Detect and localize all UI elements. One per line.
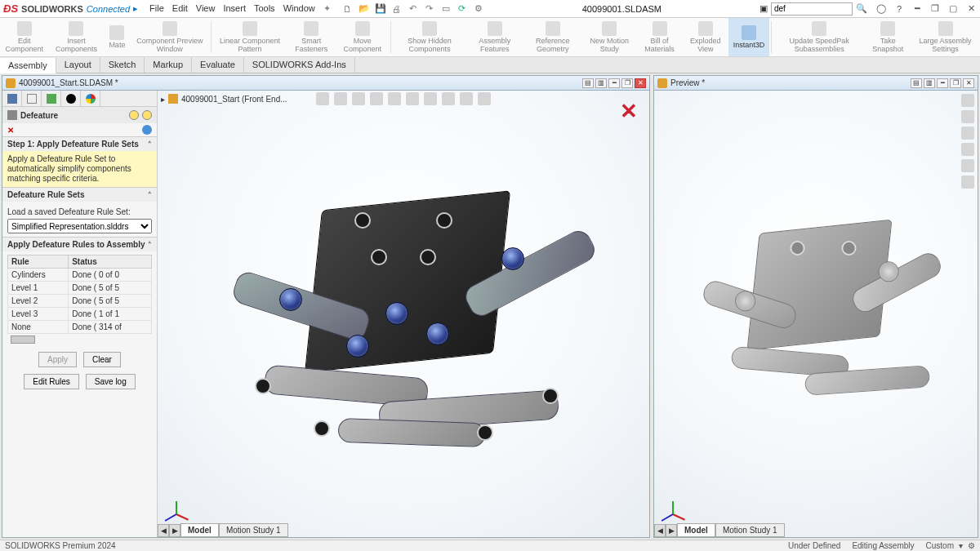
ribbon-linear-pattern[interactable]: Linear Component Pattern — [213, 18, 287, 56]
doc-close-icon[interactable]: ✕ — [963, 78, 974, 88]
help-bubble-icon[interactable] — [129, 110, 139, 120]
view-settings-icon[interactable] — [478, 92, 491, 105]
tab-scroll-left-icon[interactable]: ◀ — [654, 524, 666, 537]
tab-model[interactable]: Model — [677, 523, 715, 537]
rules-hscroll[interactable] — [7, 334, 152, 345]
maximize-icon[interactable]: ▢ — [947, 3, 959, 15]
search-icon[interactable]: 🔍 — [856, 3, 867, 14]
appearances-icon[interactable] — [961, 159, 974, 172]
ribbon-insert-components[interactable]: Insert Components — [48, 18, 104, 56]
doc-minimize-icon[interactable]: ━ — [608, 78, 620, 88]
menu-edit[interactable]: Edit — [172, 3, 188, 14]
step1-header[interactable]: Step 1: Apply Defeature Rule Sets˄ — [2, 137, 157, 151]
cancel-icon[interactable]: ✕ — [7, 126, 14, 135]
ribbon-instant3d[interactable]: Instant3D — [728, 18, 770, 56]
document-preview-title-bar[interactable]: Preview * ▤ ▥ ━ ❐ ✕ — [654, 76, 978, 91]
menu-pin-icon[interactable]: ✦ — [323, 3, 331, 14]
menu-tools[interactable]: Tools — [254, 3, 275, 14]
property-manager-tab[interactable] — [22, 91, 42, 106]
tab-sketch[interactable]: Sketch — [100, 57, 145, 73]
expand-icon[interactable]: ▸ — [133, 3, 138, 14]
rulesets-combo[interactable]: Simplified Representation.slddrs — [7, 219, 152, 233]
tab-scroll-right-icon[interactable]: ▶ — [169, 524, 180, 537]
prev-view-icon[interactable] — [352, 92, 365, 105]
zoom-fit-icon[interactable] — [316, 92, 329, 105]
ribbon-snapshot[interactable]: Take Snapshot — [865, 18, 911, 56]
doc-viewport2-icon[interactable]: ▥ — [924, 78, 935, 88]
edit-rules-button[interactable]: Edit Rules — [24, 374, 79, 389]
ribbon-show-hidden[interactable]: Show Hidden Components — [393, 18, 467, 56]
orientation-triad[interactable] — [164, 490, 189, 514]
doc-restore-icon[interactable]: ❐ — [621, 78, 633, 88]
close-icon[interactable]: ✕ — [965, 3, 977, 15]
ribbon-smart-fasteners[interactable]: Smart Fasteners — [287, 18, 336, 56]
tab-model[interactable]: Model — [180, 523, 219, 537]
redo-icon[interactable]: ↷ — [424, 3, 435, 15]
display-manager-tab[interactable] — [81, 91, 100, 106]
hide-show-icon[interactable] — [424, 92, 437, 105]
next-step-icon[interactable] — [142, 125, 152, 135]
ribbon-mate[interactable]: Mate — [104, 18, 130, 56]
tab-markup[interactable]: Markup — [145, 57, 192, 73]
document-main-title-bar[interactable]: 40099001_Start.SLDASM * ▤ ▥ ━ ❐ ✕ — [2, 76, 649, 91]
status-gear-icon[interactable]: ⚙ — [968, 541, 975, 550]
col-status[interactable]: Status — [69, 256, 152, 269]
menu-window[interactable]: Window — [283, 3, 315, 14]
doc-viewport2-icon[interactable]: ▥ — [595, 78, 607, 88]
user-icon[interactable]: ◯ — [875, 3, 887, 15]
pin-bubble-icon[interactable] — [142, 110, 152, 120]
tab-layout[interactable]: Layout — [56, 57, 100, 73]
ribbon-move-component[interactable]: Move Component — [336, 18, 389, 56]
doc-viewport1-icon[interactable]: ▤ — [911, 78, 922, 88]
zoom-area-icon[interactable] — [334, 92, 347, 105]
feature-manager-tab[interactable] — [2, 91, 22, 106]
viewport-close-icon[interactable]: ✕ — [620, 99, 638, 124]
status-units-icon[interactable]: ▾ — [959, 541, 963, 550]
doc-close-icon[interactable]: ✕ — [635, 78, 646, 88]
custom-props-icon[interactable] — [961, 176, 974, 189]
doc-minimize-icon[interactable]: ━ — [937, 78, 948, 88]
section-view-icon[interactable] — [370, 92, 383, 105]
view-orient-icon[interactable] — [388, 92, 401, 105]
save-icon[interactable]: 💾 — [375, 3, 386, 15]
appearance-icon[interactable] — [442, 92, 455, 105]
menu-view[interactable]: View — [196, 3, 216, 14]
dimxpert-tab[interactable] — [61, 91, 81, 106]
search-input[interactable] — [771, 2, 853, 16]
doc-restore-icon[interactable]: ❐ — [950, 78, 961, 88]
tab-motion-study[interactable]: Motion Study 1 — [715, 523, 785, 537]
ribbon-assembly-features[interactable]: Assembly Features — [466, 18, 523, 56]
scene-icon[interactable] — [460, 92, 473, 105]
breadcrumb[interactable]: ▸40099001_Start (Front End... — [161, 94, 287, 104]
menu-insert[interactable]: Insert — [223, 3, 246, 14]
col-rule[interactable]: Rule — [8, 256, 69, 269]
ribbon-edit-component[interactable]: Edit Component — [0, 18, 48, 56]
display-style-icon[interactable] — [406, 92, 419, 105]
options-icon[interactable]: ⚙ — [473, 3, 484, 15]
doc-viewport1-icon[interactable]: ▤ — [582, 78, 594, 88]
clear-button[interactable]: Clear — [83, 352, 121, 367]
orientation-triad[interactable] — [661, 490, 685, 514]
status-custom[interactable]: Custom — [926, 541, 954, 550]
viewport-preview[interactable]: ◀ ▶ Model Motion Study 1 — [654, 91, 978, 537]
file-explorer-icon[interactable] — [961, 127, 974, 140]
minimize-icon[interactable]: ━ — [911, 3, 923, 15]
resources-icon[interactable] — [961, 94, 974, 107]
tab-scroll-right-icon[interactable]: ▶ — [666, 524, 677, 537]
save-log-button[interactable]: Save log — [86, 374, 136, 389]
tab-addins[interactable]: SOLIDWORKS Add-Ins — [244, 57, 355, 73]
help-icon[interactable]: ? — [893, 3, 905, 15]
applyrules-header[interactable]: Apply Defeature Rules to Assembly˄ — [2, 238, 157, 251]
tab-evaluate[interactable]: Evaluate — [192, 57, 244, 73]
select-icon[interactable]: ▭ — [440, 3, 452, 15]
open-icon[interactable]: 📂 — [359, 3, 370, 15]
ribbon-large-assembly[interactable]: Large Assembly Settings — [911, 18, 980, 56]
tab-motion-study[interactable]: Motion Study 1 — [219, 523, 288, 537]
print-icon[interactable]: 🖨 — [391, 3, 403, 15]
new-icon[interactable]: 🗋 — [342, 3, 354, 15]
tab-scroll-left-icon[interactable]: ◀ — [158, 524, 169, 537]
undo-icon[interactable]: ↶ — [408, 3, 419, 15]
menu-file[interactable]: File — [149, 3, 164, 14]
ribbon-bom[interactable]: Bill of Materials — [636, 18, 683, 56]
ribbon-reference-geometry[interactable]: Reference Geometry — [523, 18, 582, 56]
